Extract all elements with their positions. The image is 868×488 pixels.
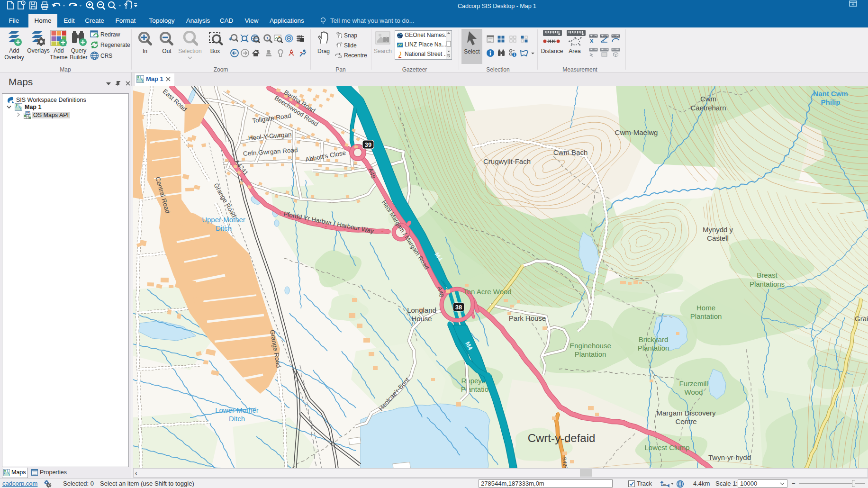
svg-text:Cwm Bach: Cwm Bach — [553, 148, 588, 156]
svg-text:Upper Mother: Upper Mother — [202, 216, 245, 224]
svg-text:Home: Home — [696, 304, 715, 312]
svg-text:Plantation: Plantation — [690, 312, 722, 320]
svg-text:Cwrt-y-defaid: Cwrt-y-defaid — [528, 432, 596, 444]
svg-text:B4283: B4283 — [561, 457, 569, 468]
svg-text:Lowest Clump: Lowest Clump — [644, 443, 689, 452]
svg-text:Twyn-yr-hydd: Twyn-yr-hydd — [708, 453, 751, 461]
svg-text:Ditch: Ditch — [216, 224, 232, 232]
svg-text:Philip: Philip — [821, 98, 841, 106]
svg-text:Park House: Park House — [509, 314, 546, 322]
svg-text:Enginehouse: Enginehouse — [570, 342, 611, 350]
svg-text:x: x — [590, 37, 594, 43]
svg-text:Wood: Wood — [685, 388, 703, 396]
svg-text:House: House — [411, 315, 432, 323]
svg-text:Nant Cwm: Nant Cwm — [813, 90, 848, 98]
svg-text:Ten Acre Wood: Ten Acre Wood — [463, 288, 511, 296]
svg-text:1: 1 — [266, 36, 269, 40]
svg-text:Plantations: Plantations — [750, 280, 785, 288]
svg-text:Lower Mother: Lower Mother — [215, 406, 259, 414]
svg-text:Ditch: Ditch — [229, 415, 245, 423]
svg-text:Graig: Graig — [855, 315, 868, 323]
svg-text:Breast: Breast — [757, 271, 778, 279]
svg-text:Furzemill: Furzemill — [679, 380, 708, 388]
svg-text:Cwm-Maelwg: Cwm-Maelwg — [615, 128, 658, 136]
svg-text:Brickyard: Brickyard — [639, 335, 669, 343]
svg-text:Caetreharn: Caetreharn — [690, 104, 726, 112]
svg-text:Longland: Longland — [407, 306, 436, 314]
svg-text:Margam Discovery: Margam Discovery — [656, 409, 716, 417]
svg-text:39: 39 — [365, 141, 371, 148]
svg-text:Mynydd y: Mynydd y — [703, 226, 733, 234]
svg-text:Plantation: Plantation — [638, 344, 669, 352]
svg-text:Castell: Castell — [707, 234, 729, 242]
svg-text:38: 38 — [455, 304, 462, 311]
svg-text:Cwm: Cwm — [700, 95, 716, 103]
svg-text:Crugwyllt-Fach: Crugwyllt-Fach — [483, 157, 531, 165]
svg-text:Plantation: Plantation — [575, 350, 606, 358]
svg-text:Centre: Centre — [675, 417, 696, 425]
